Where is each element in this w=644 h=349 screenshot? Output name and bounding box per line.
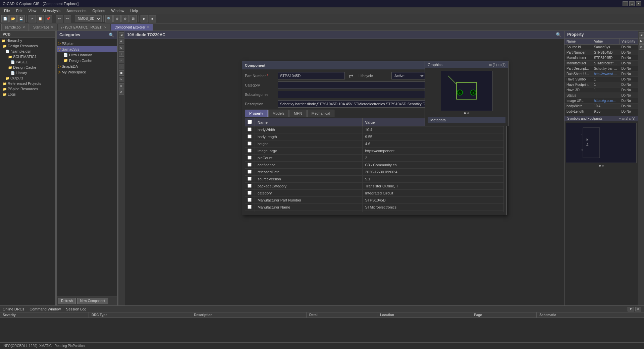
zoom-in-btn[interactable]: ⊕ — [113, 15, 121, 22]
frr-btn-3[interactable]: ⊕ — [639, 44, 644, 50]
component-search-btn[interactable]: 🔍 — [556, 32, 561, 37]
menu-si-analysis[interactable]: SI Analysis — [40, 8, 63, 13]
play-btn[interactable]: ▶ — [141, 15, 148, 22]
side-btn-9[interactable]: ⊕ — [119, 83, 124, 89]
tab-schematic[interactable]: / - (SCHEMATIC1 : PAGE1) ✕ — [58, 24, 110, 31]
side-btn-7[interactable]: 🔲 — [119, 70, 124, 76]
list-item: Manufacturer P... STPS1045D Do No — [565, 55, 638, 61]
new-component-btn[interactable]: New Component — [77, 298, 108, 304]
tree-schematic1[interactable]: 📁 SCHEMATIC1 — [0, 54, 55, 59]
maximize-btn[interactable]: □ — [629, 1, 635, 6]
cat-samac-sys[interactable]: ▽ SamacSys — [57, 46, 117, 52]
prop-checkbox[interactable] — [248, 170, 252, 174]
refresh-btn[interactable]: Refresh — [58, 298, 76, 304]
lifecycle-select[interactable]: Active Inactive Obsolete — [391, 72, 425, 79]
side-btn-2[interactable]: ⊕ — [119, 39, 124, 44]
zoom-out-btn[interactable]: ⊖ — [121, 15, 129, 22]
cat-snapeda[interactable]: ▷ SnapEDA — [57, 63, 117, 69]
side-btn-4[interactable]: ↕ — [119, 51, 124, 57]
tab-close-explorer[interactable]: ✕ — [147, 25, 149, 29]
prop-checkbox[interactable] — [248, 205, 252, 209]
minimize-btn[interactable]: ─ — [623, 1, 628, 6]
right-panel: Property Name Value Visibility Source id… — [564, 31, 638, 305]
tree-logs[interactable]: 📁 Logs — [0, 92, 55, 97]
menu-view[interactable]: View — [26, 8, 39, 13]
close-btn[interactable]: ✕ — [636, 1, 641, 6]
prop-checkbox[interactable] — [248, 141, 252, 146]
redo-btn[interactable]: ↪ — [64, 15, 71, 22]
tab-component-explorer[interactable]: Component Explorer ✕ — [111, 24, 153, 31]
menu-help[interactable]: Help — [128, 8, 141, 13]
drc-command-window[interactable]: Command Window — [30, 307, 61, 311]
prop-checkbox[interactable] — [248, 177, 252, 181]
menu-file[interactable]: File — [1, 8, 13, 13]
tab-sample-opj[interactable]: sample.opj ✕ — [1, 24, 29, 31]
tree-library[interactable]: 📄 Library — [0, 70, 55, 75]
drc-close-btn[interactable]: ✕ — [635, 307, 641, 311]
copy-btn[interactable]: 📋 — [37, 15, 44, 22]
tab-models[interactable]: Models — [268, 110, 289, 117]
prop-checkbox[interactable] — [248, 212, 252, 212]
tree-page1[interactable]: 📄 PAGE1 — [0, 59, 55, 65]
nmos-dropdown[interactable]: NMOS_BD — [75, 15, 102, 22]
frr-btn-2[interactable]: ▶ — [639, 38, 644, 44]
tree-design-resources[interactable]: 📁 Design Resources — [0, 43, 55, 49]
prop-checkbox[interactable] — [248, 163, 252, 167]
prop-checkbox[interactable] — [248, 149, 252, 153]
drc-session-log[interactable]: Session Log — [66, 307, 87, 311]
menu-edit[interactable]: Edit — [13, 8, 25, 13]
stop-btn[interactable]: ■ — [149, 15, 156, 22]
side-btn-8[interactable]: ✎ — [119, 77, 124, 82]
drc-tabs: Online DRCs Command Window Session Log — [3, 307, 87, 311]
tab-start-page[interactable]: Start Page ✕ — [30, 24, 57, 31]
prop-checkbox[interactable] — [248, 184, 252, 188]
save-btn[interactable]: 💾 — [17, 15, 25, 22]
menu-options[interactable]: Options — [90, 8, 108, 13]
prop-checkbox[interactable] — [248, 127, 252, 131]
prop-checkbox[interactable] — [248, 156, 252, 160]
search-btn[interactable]: 🔍 — [105, 15, 113, 22]
paste-btn[interactable]: 📌 — [45, 15, 52, 22]
tab-mpn[interactable]: MPN — [289, 110, 306, 117]
tree-design-cache[interactable]: 📁 Design Cache — [0, 65, 55, 70]
cat-design-cache[interactable]: 📁 Design Cache — [57, 58, 117, 63]
prop-checkbox[interactable] — [248, 191, 252, 195]
undo-btn[interactable]: ↩ — [56, 15, 63, 22]
tree-sample-dsn[interactable]: 📄 .\sample.dsn — [0, 49, 55, 54]
tree-referenced-projects[interactable]: 📁 Referenced Projects — [0, 81, 55, 86]
tree-hierarchy[interactable]: 📁 Hierarchy — [0, 38, 55, 43]
tab-property[interactable]: Property — [245, 110, 268, 117]
open-btn[interactable]: 📂 — [9, 15, 17, 22]
sync-icon[interactable]: ⇄ — [349, 73, 353, 79]
cat-my-workspace[interactable]: ▷ My Workspace — [57, 69, 117, 75]
tab-close-start[interactable]: ✕ — [51, 25, 53, 29]
tab-close-sample[interactable]: ✕ — [22, 25, 25, 29]
menu-window[interactable]: Window — [108, 8, 127, 13]
sym-fp-svg: K A 1 2 — [580, 124, 623, 161]
side-btn-5[interactable]: ⤢ — [119, 58, 124, 63]
category-search-btn[interactable]: 🔍 — [109, 32, 114, 38]
check-all-checkbox[interactable] — [248, 120, 252, 124]
drc-online-drcs[interactable]: Online DRCs — [3, 307, 24, 311]
part-number-input[interactable] — [278, 72, 345, 79]
prop-checkbox[interactable] — [248, 134, 252, 138]
side-btn-10[interactable]: ↺ — [119, 90, 124, 95]
tree-pspice-resources[interactable]: 📁 PSpice Resources — [0, 86, 55, 92]
side-btn-6[interactable]: ↔ — [119, 64, 124, 69]
tab-mechanical[interactable]: Mechanical — [307, 110, 335, 117]
prop-checkbox[interactable] — [248, 198, 252, 202]
side-btn-3[interactable]: ⊖ — [119, 45, 124, 50]
frr-btn-1[interactable]: ◀ — [639, 32, 644, 38]
side-btn-1[interactable]: ◀ — [119, 32, 124, 38]
drc-triangle-btn[interactable]: ▼ — [628, 307, 634, 311]
menu-accessories[interactable]: Accessories — [64, 8, 89, 13]
cut-btn[interactable]: ✂ — [29, 15, 36, 22]
table-row: pinCount 2 — [245, 155, 504, 162]
tree-outputs[interactable]: 📁 Outputs — [0, 75, 55, 81]
zoom-fit-btn[interactable]: ⊠ — [129, 15, 137, 22]
new-btn[interactable]: 📄 — [1, 15, 9, 22]
tab-close-schematic[interactable]: ✕ — [104, 25, 107, 29]
cat-ultra-librarian[interactable]: 📄 Ultra Librarian — [57, 52, 117, 58]
cat-pspice[interactable]: ▷ PSpice — [57, 41, 117, 46]
prop-name: releasedDate — [255, 169, 363, 176]
